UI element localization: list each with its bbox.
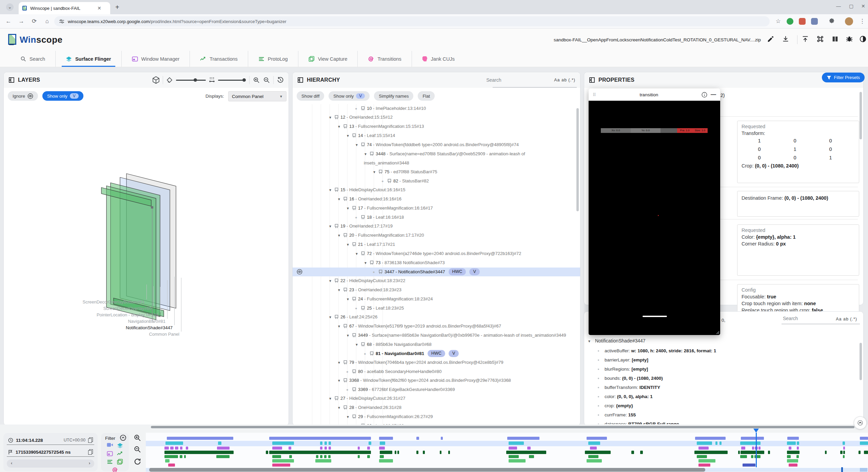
trace-block-transactions[interactable]: [825, 451, 827, 454]
layer-label[interactable]: Common Panel: [149, 332, 179, 337]
trace-block-protolog[interactable]: [588, 455, 598, 458]
trace-block-transitions[interactable]: [168, 464, 175, 467]
browser-menu-icon[interactable]: ⋮: [858, 17, 867, 26]
trace-block-protolog[interactable]: [796, 455, 799, 458]
layers-icon[interactable]: [117, 442, 123, 449]
window-close-icon[interactable]: ✕: [861, 3, 865, 9]
report-bug-icon[interactable]: [846, 35, 854, 44]
tree-node-29[interactable]: ▼29 - FullscreenMagnification:26:27#29: [293, 412, 580, 421]
trace-block-transactions[interactable]: [738, 451, 740, 454]
trace-block-window-manager[interactable]: [272, 447, 282, 450]
timeline-zoom-in-icon[interactable]: [134, 434, 141, 441]
expand-arrow-icon[interactable]: ▼: [355, 250, 361, 258]
trace-block-window-manager[interactable]: [797, 447, 799, 450]
trace-block-transitions[interactable]: [272, 464, 290, 467]
trace-block-transactions[interactable]: [787, 451, 800, 454]
trace-block-surface-flinger[interactable]: [860, 441, 868, 445]
trace-block-transitions[interactable]: [698, 464, 710, 467]
trace-block-window-manager[interactable]: [527, 447, 531, 450]
new-tab-button[interactable]: +: [115, 3, 119, 11]
expand-arrow-icon[interactable]: ▼: [364, 150, 370, 159]
layer-spacing-icon[interactable]: [209, 77, 215, 83]
properties-scrollbar[interactable]: [860, 92, 862, 139]
expand-arrow-icon[interactable]: ▼: [329, 277, 335, 286]
tree-node-10[interactable]: ●10 - ImePlaceholder:13:14#10: [293, 104, 580, 113]
tab-search[interactable]: Search: [10, 51, 55, 67]
filter-collapse-icon[interactable]: [120, 435, 126, 441]
chip-show-diff[interactable]: Show diff: [297, 91, 324, 101]
trace-block-transactions[interactable]: [694, 451, 728, 454]
trace-block-view-capture[interactable]: [272, 459, 294, 463]
expand-arrow-icon[interactable]: ▼: [346, 204, 352, 213]
tree-node-3368[interactable]: ▼3368 - WindowToken{f6b2f60 type=2024 an…: [293, 376, 580, 385]
documentation-icon[interactable]: [831, 35, 840, 44]
trace-block-surface-flinger[interactable]: [218, 441, 221, 445]
tree-node-28[interactable]: ▼28 - OneHanded:26:31#28: [293, 403, 580, 412]
copy-icon[interactable]: [88, 437, 93, 443]
expand-arrow-icon[interactable]: ▼: [329, 222, 335, 231]
tree-node-14[interactable]: ▼14 - Leaf:15:15#14: [293, 131, 580, 140]
tree-node-12[interactable]: ▼12 - OneHanded:15:15#12: [293, 113, 580, 122]
trace-block-screen-recording[interactable]: [860, 437, 868, 440]
filter-presets-button[interactable]: Filter Presets: [822, 73, 865, 82]
trace-block-surface-flinger[interactable]: [787, 441, 796, 445]
expand-arrow-icon[interactable]: ▼: [329, 313, 335, 322]
trace-block-transactions[interactable]: [741, 451, 764, 454]
trace-block-screen-recording[interactable]: [441, 437, 443, 440]
trace-block-transactions[interactable]: [266, 451, 268, 454]
trace-block-window-manager[interactable]: [324, 447, 327, 450]
trace-block-screen-recording[interactable]: [416, 437, 419, 440]
tree-node-82[interactable]: ●82 - StatusBar#82: [293, 177, 580, 185]
tree-node-67[interactable]: ▼67 - WindowToken{e5176f9 type=2019 andr…: [293, 322, 580, 331]
trace-block-protolog[interactable]: [184, 455, 186, 458]
tab-view-capture[interactable]: View Capture: [298, 51, 358, 67]
tree-node-13[interactable]: ▼13 - FullscreenMagnification:15:15#13: [293, 122, 580, 131]
trace-block-surface-flinger[interactable]: [797, 441, 799, 445]
transitions-icon[interactable]: [112, 467, 118, 472]
expand-arrow-icon[interactable]: ▼: [329, 394, 335, 403]
expand-arrow-icon[interactable]: ▼: [337, 404, 343, 412]
reload-icon[interactable]: ⟳: [30, 17, 39, 26]
property-barrierLayer[interactable]: barrierLayer: [empty]: [588, 355, 856, 365]
next-frame-icon[interactable]: ›: [89, 460, 90, 466]
trace-block-surface-flinger[interactable]: [272, 441, 294, 445]
timeline-cursor-handle[interactable]: [753, 429, 759, 433]
home-icon[interactable]: ⌂: [43, 17, 52, 26]
property-blurRegions[interactable]: blurRegions: [empty]: [588, 365, 856, 374]
search-match-options[interactable]: Aa ab (.*): [836, 317, 857, 321]
collapse-timeline-button[interactable]: [854, 416, 867, 429]
trace-block-surface-flinger[interactable]: [165, 441, 183, 445]
trace-block-surface-flinger[interactable]: [740, 441, 761, 445]
trace-block-window-manager[interactable]: [186, 447, 188, 450]
trace-block-window-manager[interactable]: [843, 447, 845, 450]
reset-view-icon[interactable]: [277, 77, 284, 83]
expand-arrow-icon[interactable]: ▼: [329, 186, 335, 195]
trace-block-surface-flinger[interactable]: [697, 441, 712, 445]
trace-block-view-capture[interactable]: [509, 459, 526, 463]
trace-block-window-manager[interactable]: [379, 447, 385, 450]
layer-label[interactable]: ScreenDecorOverlay#60: [103, 306, 152, 311]
tree-node-20[interactable]: ▼20 - FullscreenMagnification:17:17#20: [293, 231, 580, 240]
tree-node-22[interactable]: ▼22 - HideDisplayCutout:18:23#22: [293, 276, 580, 286]
site-settings-icon[interactable]: [59, 19, 64, 24]
window-minimize-icon[interactable]: —: [836, 3, 841, 9]
trace-block-surface-flinger[interactable]: [719, 441, 722, 445]
resize-grip-icon[interactable]: [715, 330, 719, 334]
property-activeBuffer[interactable]: activeBuffer: w: 1080, h: 2400, stride: …: [588, 346, 856, 355]
tree-node-74[interactable]: ▼74 - WindowToken{fdddbe6 type=2000 andr…: [293, 140, 580, 150]
property-dataspace[interactable]: dataspace: BT709 sRGB Full range: [588, 419, 856, 424]
trace-block-transitions[interactable]: [789, 464, 797, 467]
trace-block-transactions[interactable]: [768, 451, 770, 454]
expand-arrow-icon[interactable]: ▼: [337, 231, 343, 240]
trace-block-protolog[interactable]: [367, 455, 370, 458]
tab-surface-flinger[interactable]: Surface Flinger: [55, 51, 121, 67]
trace-block-window-manager[interactable]: [590, 447, 597, 450]
trace-block-protolog[interactable]: [180, 455, 182, 458]
trace-block-window-manager[interactable]: [752, 447, 754, 450]
trace-block-surface-flinger[interactable]: [843, 441, 845, 445]
protolog-icon[interactable]: [107, 459, 113, 465]
expand-arrow-icon[interactable]: ▼: [355, 340, 361, 349]
window-icon[interactable]: [107, 451, 113, 457]
tree-node-16[interactable]: ▼16 - OneHanded:16:16#16: [293, 195, 580, 204]
trace-block-transactions[interactable]: [397, 451, 399, 454]
